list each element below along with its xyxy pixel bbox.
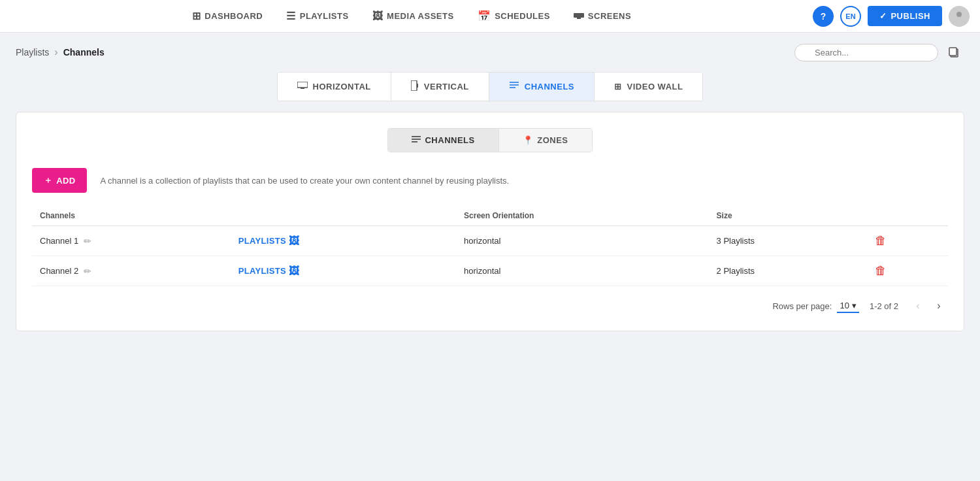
svg-rect-0: [574, 13, 584, 18]
nav-playlists[interactable]: ☰ PLAYLISTS: [277, 5, 357, 27]
rows-per-page-value: 10: [840, 301, 849, 310]
channels-table: Channels Screen Orientation Size Channel…: [32, 206, 948, 286]
playlists-link-cell: PLAYLISTS 🖼: [231, 226, 456, 256]
rows-per-page-select[interactable]: 10 ▾: [837, 299, 858, 313]
inner-tabs: CHANNELS 📍 ZONES: [32, 128, 948, 152]
next-page-button[interactable]: ›: [930, 297, 948, 315]
svg-point-2: [956, 12, 962, 17]
delete-cell: 🗑: [867, 256, 948, 286]
edit-icon[interactable]: ✏: [84, 236, 91, 246]
breadcrumb-playlists[interactable]: Playlists: [16, 47, 49, 58]
col-playlists-link: [231, 206, 456, 226]
playlists-link[interactable]: PLAYLISTS 🖼: [238, 265, 448, 277]
table-row: Channel 2 ✏ PLAYLISTS 🖼 horizontal 2 Pla…: [32, 256, 948, 286]
tab-video-wall[interactable]: ⊞ VIDEO WALL: [595, 73, 702, 101]
delete-icon[interactable]: 🗑: [875, 264, 887, 277]
page-info: 1-2 of 2: [870, 301, 898, 311]
rows-dropdown-icon: ▾: [852, 301, 857, 310]
add-plus-icon: ＋: [44, 174, 52, 186]
nav-right: ? EN ✓ PUBLISH: [813, 6, 970, 27]
schedules-icon: 📅: [478, 10, 491, 22]
copy-button[interactable]: [943, 42, 964, 63]
col-orientation: Screen Orientation: [456, 206, 709, 226]
inner-tab-zones[interactable]: 📍 ZONES: [499, 129, 592, 152]
horizontal-icon: [297, 82, 308, 91]
playlists-link[interactable]: PLAYLISTS 🖼: [238, 235, 448, 247]
playlists-icon: ☰: [286, 10, 296, 22]
nav-items: ⊞ DASHBOARD ☰ PLAYLISTS 🖼 MEDIA ASSETS 📅…: [183, 5, 640, 27]
playlists-link-cell: PLAYLISTS 🖼: [231, 256, 456, 286]
svg-rect-1: [577, 18, 581, 19]
video-wall-icon: ⊞: [614, 82, 622, 91]
pagination-row: Rows per page: 10 ▾ 1-2 of 2 ‹ ›: [32, 286, 948, 315]
rows-per-page: Rows per page: 10 ▾: [772, 299, 859, 313]
language-button[interactable]: EN: [840, 6, 861, 27]
search-wrap: [794, 44, 938, 61]
col-actions: [867, 206, 948, 226]
description-text: A channel is a collection of playlists t…: [100, 176, 509, 186]
tab-container: HORIZONTAL VERTICAL CHANNELS ⊞ VIDEO WAL…: [277, 72, 704, 101]
channel-name-text: Channel 1: [40, 236, 78, 246]
nav-screens[interactable]: SCREENS: [564, 5, 640, 27]
breadcrumb: Playlists › Channels: [16, 46, 105, 58]
rows-per-page-label: Rows per page:: [772, 301, 832, 311]
delete-cell: 🗑: [867, 226, 948, 256]
playlists-export-icon: 🖼: [289, 235, 299, 247]
size-cell: 2 Playlists: [709, 256, 868, 286]
tabs-row: HORIZONTAL VERTICAL CHANNELS ⊞ VIDEO WAL…: [0, 72, 980, 101]
zones-icon: 📍: [523, 135, 534, 145]
inner-tab-container: CHANNELS 📍 ZONES: [387, 128, 592, 152]
delete-icon[interactable]: 🗑: [875, 234, 887, 247]
svg-rect-9: [301, 88, 304, 89]
page-navigation: ‹ ›: [909, 297, 948, 315]
col-size: Size: [709, 206, 868, 226]
channel-name-cell: Channel 2 ✏: [32, 256, 231, 286]
vertical-icon: [411, 80, 419, 93]
dashboard-icon: ⊞: [192, 10, 201, 22]
inner-channels-icon: [412, 135, 421, 145]
inner-tab-channels[interactable]: CHANNELS: [388, 129, 498, 152]
copy-icon: [948, 46, 960, 58]
tab-channels[interactable]: CHANNELS: [489, 73, 595, 101]
channel-name-cell: Channel 1 ✏: [32, 226, 231, 256]
breadcrumb-bar: Playlists › Channels: [0, 33, 980, 72]
content-card: CHANNELS 📍 ZONES ＋ ADD A channel is a co…: [16, 112, 964, 331]
publish-button[interactable]: ✓ PUBLISH: [868, 6, 942, 26]
tab-vertical[interactable]: VERTICAL: [391, 73, 489, 101]
add-button[interactable]: ＋ ADD: [32, 168, 87, 193]
size-cell: 3 Playlists: [709, 226, 868, 256]
breadcrumb-separator: ›: [54, 46, 57, 58]
channels-icon: [509, 81, 519, 92]
playlists-link-text: PLAYLISTS: [238, 266, 286, 276]
prev-page-button[interactable]: ‹: [909, 297, 927, 315]
search-input[interactable]: [794, 44, 938, 61]
svg-point-3: [955, 18, 964, 23]
screens-icon: [574, 10, 584, 22]
nav-dashboard[interactable]: ⊞ DASHBOARD: [183, 5, 272, 27]
playlists-export-icon: 🖼: [289, 265, 299, 277]
nav-media-assets[interactable]: 🖼 MEDIA ASSETS: [363, 5, 463, 27]
svg-rect-11: [417, 84, 418, 88]
media-assets-icon: 🖼: [372, 10, 384, 22]
svg-rect-10: [411, 80, 417, 91]
orientation-cell: horizontal: [456, 256, 709, 286]
col-channels: Channels: [32, 206, 231, 226]
breadcrumb-actions: [794, 42, 964, 63]
svg-rect-8: [297, 82, 308, 88]
channel-name-text: Channel 2: [40, 266, 78, 276]
table-row: Channel 1 ✏ PLAYLISTS 🖼 horizontal 3 Pla…: [32, 226, 948, 256]
user-avatar[interactable]: [949, 6, 970, 27]
action-row: ＋ ADD A channel is a collection of playl…: [32, 168, 948, 193]
main-content: CHANNELS 📍 ZONES ＋ ADD A channel is a co…: [0, 101, 980, 342]
nav-schedules[interactable]: 📅 SCHEDULES: [468, 5, 559, 27]
help-button[interactable]: ?: [813, 6, 834, 27]
publish-check-icon: ✓: [879, 11, 887, 21]
breadcrumb-channels: Channels: [63, 47, 105, 58]
top-navigation: ⊞ DASHBOARD ☰ PLAYLISTS 🖼 MEDIA ASSETS 📅…: [0, 0, 980, 33]
tab-horizontal[interactable]: HORIZONTAL: [278, 73, 391, 101]
svg-rect-7: [949, 48, 956, 56]
orientation-cell: horizontal: [456, 226, 709, 256]
playlists-link-text: PLAYLISTS: [238, 236, 286, 246]
edit-icon[interactable]: ✏: [84, 266, 91, 276]
